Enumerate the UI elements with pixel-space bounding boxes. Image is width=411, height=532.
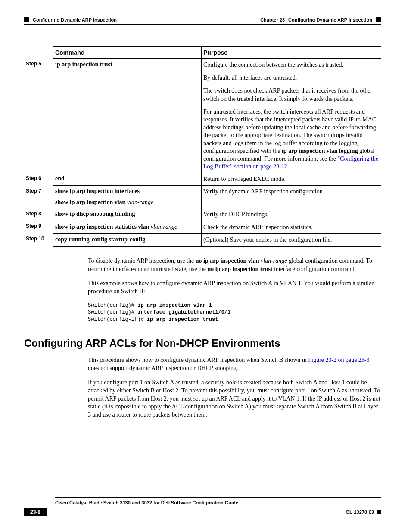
col-command: Command xyxy=(53,47,202,59)
paragraph: To disable dynamic ARP inspection, use t… xyxy=(88,257,381,274)
step-label: Step 7 xyxy=(24,186,53,208)
table-row: Step 6 end Return to privileged EXEC mod… xyxy=(24,173,381,186)
col-purpose: Purpose xyxy=(202,47,381,59)
step-label: Step 8 xyxy=(24,208,53,221)
command-bold: show ip dhcp snooping binding xyxy=(55,211,135,217)
page-footer: Cisco Catalyst Blade Switch 3130 and 303… xyxy=(24,497,381,516)
header-rule xyxy=(24,24,381,25)
command-bold: show ip arp inspection interfaces xyxy=(55,188,140,194)
col-blank xyxy=(24,47,53,59)
header-marker-icon xyxy=(24,17,29,22)
code-block: Switch(config)# ip arp inspection vlan 1… xyxy=(88,302,381,324)
page-number-badge: 23-8 xyxy=(24,508,47,516)
header-right: Chapter 23 Configuring Dynamic ARP Inspe… xyxy=(260,17,381,22)
command-cell: show ip arp inspection statistics vlan v… xyxy=(53,221,202,233)
table-row: Step 8 show ip dhcp snooping binding Ver… xyxy=(24,208,381,221)
footer-rule xyxy=(55,497,381,498)
command-cell: end xyxy=(53,173,202,186)
cross-ref-link[interactable]: Figure 23-2 on page 23-3 xyxy=(308,357,369,363)
paragraph: This procedure shows how to configure dy… xyxy=(88,356,381,373)
header-chapter: Chapter 23 xyxy=(260,17,285,22)
command-cell: show ip arp inspection interfaces show i… xyxy=(53,186,202,208)
paragraph: If you configure port 1 on Switch A as t… xyxy=(88,379,381,419)
command-bold: show ip arp inspection vlan xyxy=(55,199,125,205)
step-label: Step 6 xyxy=(24,173,53,186)
purpose-cell: Verify the DHCP bindings. xyxy=(202,208,381,221)
command-italic: vlan-range xyxy=(151,224,177,230)
purpose-cell: (Optional) Save your entries in the conf… xyxy=(202,233,381,246)
body-paragraphs: To disable dynamic ARP inspection, use t… xyxy=(88,257,381,296)
doc-id: OL-13270-03 xyxy=(346,510,381,515)
step-label: Step 9 xyxy=(24,221,53,233)
section-body: This procedure shows how to configure dy… xyxy=(88,356,381,419)
table-row: Step 7 show ip arp inspection interfaces… xyxy=(24,186,381,208)
purpose-cell: Check the dynamic ARP inspection statist… xyxy=(202,221,381,233)
page-header: Configuring Dynamic ARP Inspection Chapt… xyxy=(24,17,381,22)
footer-book-title: Cisco Catalyst Blade Switch 3130 and 303… xyxy=(55,500,381,505)
command-bold: copy running-config startup-config xyxy=(55,236,145,243)
footer-marker-icon xyxy=(377,510,381,514)
purpose-cell: Return to privileged EXEC mode. xyxy=(202,173,381,186)
command-cell: show ip dhcp snooping binding xyxy=(53,208,202,221)
section-heading: Configuring ARP ACLs for Non-DHCP Enviro… xyxy=(24,337,381,349)
header-marker-icon xyxy=(376,17,381,22)
step-label: Step 10 xyxy=(24,233,53,246)
table-body: Step 5 ip arp inspection trust Configure… xyxy=(24,59,381,246)
table-row: Step 9 show ip arp inspection statistics… xyxy=(24,221,381,233)
table-row: Step 5 ip arp inspection trust Configure… xyxy=(24,59,381,173)
command-bold: ip arp inspection trust xyxy=(55,61,112,68)
command-bold: end xyxy=(55,175,65,182)
table-row: Step 10 copy running-config startup-conf… xyxy=(24,233,381,246)
purpose-cell: Verify the dynamic ARP inspection config… xyxy=(202,186,381,208)
step-label: Step 5 xyxy=(24,59,53,173)
purpose-cell: Configure the connection between the swi… xyxy=(202,59,381,173)
command-table: Command Purpose Step 5 ip arp inspection… xyxy=(24,46,381,247)
page: Configuring Dynamic ARP Inspection Chapt… xyxy=(0,0,411,532)
footer-bottom: 23-8 OL-13270-03 xyxy=(24,508,381,516)
paragraph: This example shows how to configure dyna… xyxy=(88,280,381,296)
header-left: Configuring Dynamic ARP Inspection xyxy=(24,17,117,22)
command-cell: copy running-config startup-config xyxy=(53,233,202,246)
command-bold: show ip arp inspection statistics vlan xyxy=(55,224,149,230)
header-chapter-title: Configuring Dynamic ARP Inspection xyxy=(288,17,372,22)
command-italic: vlan-range xyxy=(127,199,153,205)
header-section: Configuring Dynamic ARP Inspection xyxy=(33,17,117,22)
command-cell: ip arp inspection trust xyxy=(53,59,202,173)
